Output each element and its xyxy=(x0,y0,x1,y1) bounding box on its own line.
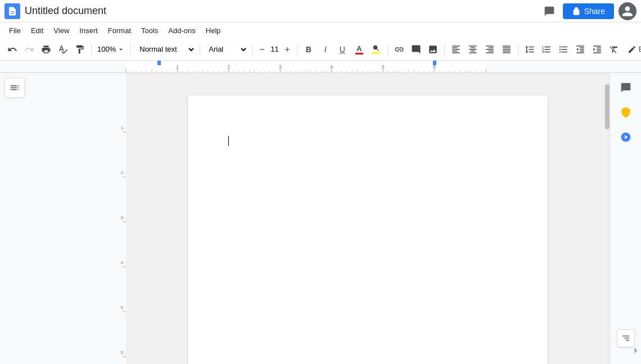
menu-addons[interactable]: Add-ons xyxy=(164,25,200,36)
user-avatar[interactable] xyxy=(619,2,637,20)
font-selector[interactable]: Arial Times New Roman Courier New xyxy=(204,42,249,57)
menu-tools[interactable]: Tools xyxy=(137,25,162,36)
line-spacing-button[interactable] xyxy=(522,42,538,57)
text-color-button[interactable]: A xyxy=(351,42,367,57)
align-right-button[interactable] xyxy=(482,42,498,57)
main-area xyxy=(0,73,641,364)
editing-mode-selector[interactable]: Editing xyxy=(623,43,641,56)
font-size-decrease[interactable] xyxy=(256,42,268,57)
font-size-increase[interactable] xyxy=(281,42,294,57)
zoom-value: 100% xyxy=(97,45,116,53)
separator-1 xyxy=(91,44,92,55)
style-selector[interactable]: Normal text Title Heading 1 Heading 2 He… xyxy=(134,42,196,57)
zoom-selector[interactable]: 100% xyxy=(95,44,127,54)
spellcheck-button[interactable] xyxy=(55,42,71,57)
menu-edit[interactable]: Edit xyxy=(26,25,48,36)
comments-button[interactable] xyxy=(540,2,558,20)
vertical-ruler xyxy=(118,73,126,364)
decrease-indent-button[interactable] xyxy=(572,42,588,57)
docs-logo xyxy=(4,3,20,19)
justify-button[interactable] xyxy=(499,42,514,57)
left-sidebar xyxy=(0,73,118,364)
comment-button[interactable] xyxy=(408,42,424,57)
menu-file[interactable]: File xyxy=(4,25,25,36)
separator-5 xyxy=(297,44,297,55)
redo-button[interactable] xyxy=(21,42,37,57)
increase-indent-button[interactable] xyxy=(589,42,605,57)
shield-sidebar-icon[interactable] xyxy=(616,102,636,122)
highlight-button[interactable] xyxy=(368,42,384,57)
separator-4 xyxy=(252,44,252,55)
document-area[interactable] xyxy=(118,73,610,364)
bulleted-list-button[interactable] xyxy=(556,42,571,57)
image-button[interactable] xyxy=(425,42,441,57)
numbered-list-button[interactable] xyxy=(539,42,554,57)
outline-toggle-button[interactable] xyxy=(4,78,25,98)
link-button[interactable] xyxy=(391,42,407,57)
italic-button[interactable]: I xyxy=(318,42,333,57)
chat-sidebar-icon[interactable] xyxy=(616,78,636,98)
right-sidebar xyxy=(610,73,641,364)
menu-format[interactable]: Format xyxy=(103,25,136,36)
share-label: Share xyxy=(584,7,605,16)
clear-formatting-button[interactable] xyxy=(606,42,622,57)
editing-mode-label: Editing xyxy=(639,45,641,53)
undo-button[interactable] xyxy=(4,42,20,57)
font-size-value: 11 xyxy=(269,45,279,53)
title-bar: Untitled document Share xyxy=(0,0,641,22)
paint-format-button[interactable] xyxy=(72,42,88,57)
bold-button[interactable]: B xyxy=(301,42,317,57)
scrollbar-thumb[interactable] xyxy=(605,84,610,129)
underline-button[interactable]: U xyxy=(335,42,350,57)
menu-insert[interactable]: Insert xyxy=(75,25,102,36)
print-button[interactable] xyxy=(38,42,54,57)
toolbar: 100% Normal text Title Heading 1 Heading… xyxy=(0,38,641,61)
separator-6 xyxy=(387,44,388,55)
ruler xyxy=(0,61,641,73)
compass-sidebar-icon[interactable] xyxy=(616,127,636,147)
align-left-button[interactable] xyxy=(448,42,464,57)
separator-8 xyxy=(518,44,518,55)
menu-view[interactable]: View xyxy=(49,25,74,36)
align-center-button[interactable] xyxy=(465,42,481,57)
document-page[interactable] xyxy=(188,95,548,364)
share-button[interactable]: Share xyxy=(563,3,614,19)
text-cursor xyxy=(228,136,229,146)
menu-help[interactable]: Help xyxy=(201,25,225,36)
vertical-scrollbar[interactable] xyxy=(605,73,610,364)
separator-7 xyxy=(444,44,445,55)
separator-3 xyxy=(200,44,200,55)
title-right: Share xyxy=(540,2,637,20)
menu-bar: File Edit View Insert Format Tools Add-o… xyxy=(0,22,641,38)
expand-arrow-button[interactable] xyxy=(630,342,641,360)
separator-2 xyxy=(130,44,131,55)
document-title[interactable]: Untitled document xyxy=(25,5,540,17)
